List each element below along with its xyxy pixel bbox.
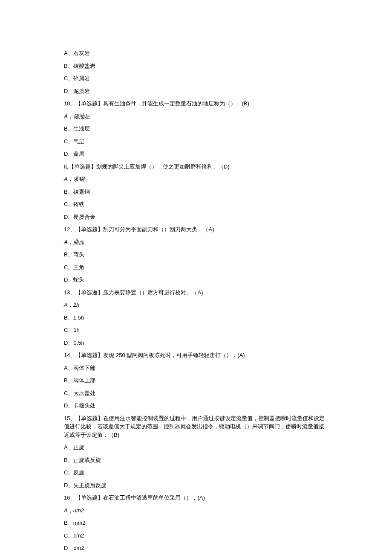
text-line: A，储油层: [64, 112, 328, 121]
text-line: A，um2: [64, 506, 328, 515]
text-line: D、盖层: [64, 150, 328, 158]
text-line: C、cm2: [64, 532, 328, 540]
document-page: A、石灰岩B、碳酸盐岩C、碎屑岩D、泥质岩10、【单选题】具有生油条件，并能生成…: [0, 0, 392, 555]
text-line: A，2h: [64, 301, 328, 309]
text-line: B、弯头: [64, 250, 328, 259]
text-line: B、阀体上部: [64, 376, 328, 385]
text-line: B、mm2: [64, 519, 328, 527]
text-line: IL【单选题】划规的脚尖上应加焊（），使之更加耐磨和锋利。（D): [64, 163, 328, 171]
text-line: 15、【单选题】在使用注水智能控制装置的过程中，用户通过按键设定流量值，控制器把…: [64, 414, 328, 439]
text-line: 16、【单选题】在石油工程中渗透率的单位采用（），(A): [64, 494, 328, 502]
text-line: B、碳素钢: [64, 188, 328, 196]
text-line: A、石灰岩: [64, 49, 328, 58]
text-line: D、硬质合金: [64, 213, 328, 221]
text-line: C、三角: [64, 263, 328, 272]
text-line: 13、【单选邀】压力表要静置（）后方可进行校对。（A): [64, 288, 328, 297]
text-line: C、碎屑岩: [64, 74, 328, 83]
text-line: A，紫铜: [64, 175, 328, 183]
text-line: D、0.5h: [64, 339, 328, 347]
text-line: C、1h: [64, 326, 328, 334]
text-line: B、正旋或反旋: [64, 456, 328, 465]
text-line: 10、【单选题】具有生油条件，并能生成一定数量石油的地层称为（）．(B): [64, 99, 328, 108]
text-line: 12、【单选题】刮刀可分为平面副刀和（）刮刀两大类．（A): [64, 225, 328, 234]
text-line: D、dm2: [64, 544, 328, 552]
text-line: B、1.5h: [64, 314, 328, 322]
text-line: B、生油层: [64, 125, 328, 133]
text-line: 14、【单选题】发现 250 型闸阀闸板冻死时，可用手锤轻轻击打（）．(A): [64, 351, 328, 360]
text-line: D、泥质岩: [64, 87, 328, 96]
text-line: C、气层: [64, 137, 328, 146]
text-line: C、大压盖处: [64, 389, 328, 398]
text-line: A、正旋: [64, 443, 328, 452]
text-line: D、蛇头: [64, 276, 328, 284]
text-line: A，曲面: [64, 238, 328, 247]
text-line: C、铸铁: [64, 200, 328, 209]
text-line: A、阀体下部: [64, 364, 328, 372]
text-line: B、碳酸盐岩: [64, 62, 328, 70]
text-line: D、先正旋后反旋: [64, 481, 328, 490]
text-line: C、反旋: [64, 468, 328, 477]
lines-container: A、石灰岩B、碳酸盐岩C、碎屑岩D、泥质岩10、【单选题】具有生油条件，并能生成…: [64, 49, 328, 555]
text-line: D、卡箍头处: [64, 401, 328, 410]
